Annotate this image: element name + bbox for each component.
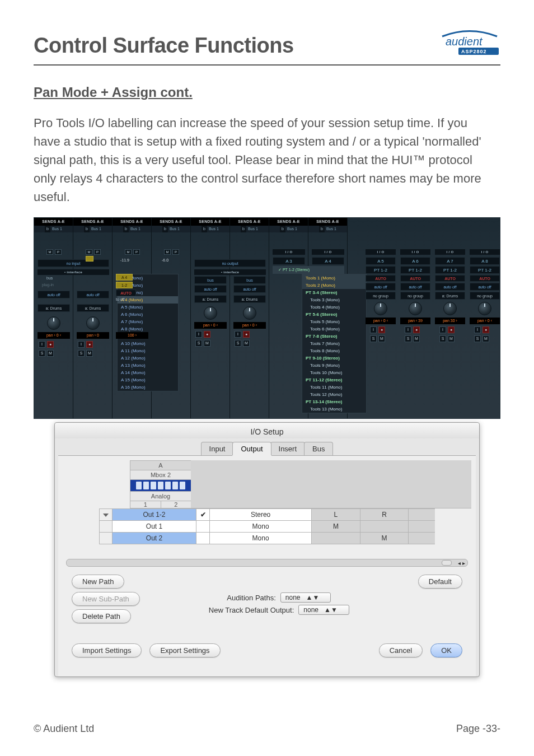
center-options: Audition Paths: none ▲▼ New Track Defaul… [209, 575, 349, 617]
default-output-select[interactable]: none ▲▼ [298, 605, 349, 615]
ok-button[interactable]: OK [430, 643, 462, 657]
scrollbar-thumb[interactable] [442, 560, 452, 566]
row-type: Stereo [210, 509, 312, 521]
row-disclosure[interactable] [100, 533, 113, 544]
page-footer: © Audient Ltd Page -33- [34, 723, 500, 735]
logo-model: ASP2802 [461, 49, 487, 54]
dialog-title: I/O Setup [55, 423, 479, 438]
row-ch1[interactable]: M [312, 521, 360, 533]
title-rule [34, 64, 500, 66]
row-disclosure[interactable] [100, 509, 113, 521]
row-type: Mono [210, 533, 312, 544]
io-output-table: Out 1-2✔StereoLROut 1MonoMOut 2MonoM [99, 508, 435, 544]
audition-paths-label: Audition Paths: [227, 594, 275, 602]
channel-header: 1 2 [130, 501, 191, 508]
row-checkbox[interactable] [196, 533, 210, 544]
section-subhead: Pan Mode + Assign cont. [34, 85, 500, 100]
mixer-screenshot: SENDS A-E bBus 1SENDS A-E bBus 1SENDS A-… [34, 217, 500, 419]
tab-output[interactable]: Output [232, 442, 271, 455]
row-type: Mono [210, 521, 312, 533]
row-ch2[interactable] [360, 521, 409, 533]
row-checkbox[interactable] [196, 521, 210, 533]
row-name[interactable]: Out 1-2 [113, 509, 196, 521]
page-title: Control Surface Functions [34, 34, 500, 58]
brand-logo: audient ASP2802 [439, 29, 500, 56]
new-path-button[interactable]: New Path [72, 575, 124, 589]
device-port-icons [130, 480, 191, 492]
audition-paths-select[interactable]: none ▲▼ [280, 592, 331, 603]
left-buttons: New Path New Sub-Path Delete Path [72, 575, 140, 627]
horizontal-scrollbar[interactable]: ◂ ▸ [66, 559, 468, 567]
analog-header: Analog [130, 492, 191, 501]
export-settings-button[interactable]: Export Settings [149, 643, 220, 657]
scrollbar-arrows[interactable]: ◂ ▸ [458, 559, 465, 566]
row-filler [409, 533, 435, 544]
row-ch1[interactable]: L [312, 509, 360, 521]
footer-copyright: © Audient Ltd [34, 723, 94, 735]
delete-path-button[interactable]: Delete Path [72, 609, 131, 623]
row-name[interactable]: Out 2 [113, 533, 196, 544]
tab-bus[interactable]: Bus [304, 442, 333, 455]
row-filler [409, 509, 435, 521]
new-sub-path-button[interactable]: New Sub-Path [72, 592, 140, 606]
row-checkbox[interactable]: ✔ [196, 509, 210, 521]
row-filler [409, 521, 435, 533]
chan-2: 2 [161, 501, 191, 508]
row-ch1[interactable] [312, 533, 360, 544]
io-setup-dialog: I/O Setup Input Output Insert Bus A Mbox… [54, 422, 480, 677]
row-ch2[interactable]: M [360, 533, 409, 544]
device-letter: A [130, 460, 191, 470]
footer-page: Page -33- [456, 723, 500, 735]
right-buttons: Default [418, 575, 462, 592]
cancel-button[interactable]: Cancel [379, 643, 423, 657]
tab-input[interactable]: Input [201, 442, 234, 455]
import-settings-button[interactable]: Import Settings [72, 643, 142, 657]
device-name: Mbox 2 [130, 470, 191, 480]
body-paragraph: Pro Tools I/O labelling can increase the… [34, 114, 493, 206]
tab-insert[interactable]: Insert [270, 442, 306, 455]
row-ch2[interactable]: R [360, 509, 409, 521]
logo-brand: audient [446, 35, 483, 48]
default-button[interactable]: Default [418, 575, 462, 589]
chan-1: 1 [130, 501, 161, 508]
default-output-label: New Track Default Output: [209, 606, 294, 614]
dialog-tabs: Input Output Insert Bus [55, 442, 479, 455]
row-disclosure[interactable] [100, 521, 113, 533]
row-name[interactable]: Out 1 [113, 521, 196, 533]
